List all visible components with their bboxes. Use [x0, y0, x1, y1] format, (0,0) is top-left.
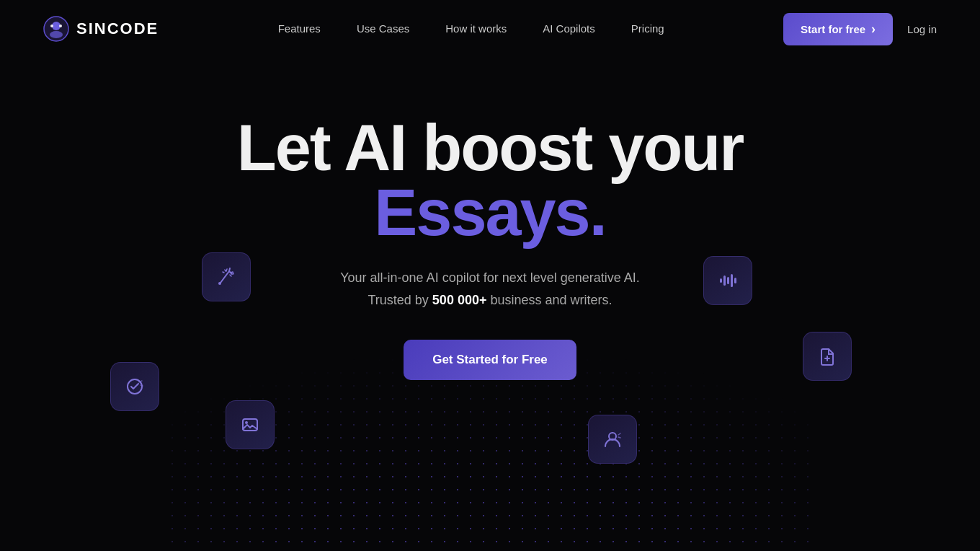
icon-card-person — [588, 415, 637, 464]
magic-wand-icon — [215, 265, 238, 288]
svg-rect-10 — [723, 276, 726, 286]
task-icon — [123, 375, 146, 398]
nav-item-use-cases[interactable]: Use Cases — [357, 22, 409, 35]
image-icon — [239, 413, 262, 436]
navbar: SINCODE Features Use Cases How it works … — [0, 0, 980, 58]
document-add-icon — [816, 345, 839, 368]
brand-name: SINCODE — [76, 19, 159, 38]
hero-line2: Essays. — [0, 180, 980, 245]
start-for-free-button[interactable]: Start for free — [783, 13, 893, 45]
hero-sub-count: 500 000+ — [432, 293, 487, 307]
icon-card-task — [110, 362, 159, 411]
nav-item-ai-copilots[interactable]: AI Copilots — [543, 22, 595, 35]
person-icon — [601, 428, 624, 451]
nav-actions: Start for free Log in — [783, 13, 937, 45]
svg-rect-7 — [243, 419, 257, 431]
icon-card-audio — [703, 256, 752, 305]
icon-card-magic — [202, 252, 251, 301]
svg-point-8 — [245, 421, 248, 424]
svg-rect-11 — [727, 277, 729, 284]
svg-rect-13 — [734, 278, 736, 283]
svg-point-2 — [50, 31, 63, 38]
svg-rect-12 — [731, 274, 733, 287]
svg-point-3 — [50, 25, 53, 27]
hero-sub-pre: Your all-in-one AI copilot for next leve… — [340, 270, 640, 285]
hero-subtext: Your all-in-one AI copilot for next leve… — [0, 267, 980, 311]
icon-card-doc — [803, 332, 852, 381]
nav-links: Features Use Cases How it works AI Copil… — [278, 22, 664, 35]
hero-sub-post: business and writers. — [490, 293, 612, 307]
get-started-button[interactable]: Get Started for Free — [404, 340, 576, 380]
nav-item-features[interactable]: Features — [278, 22, 321, 35]
svg-rect-9 — [720, 278, 722, 283]
nav-item-pricing[interactable]: Pricing — [631, 22, 664, 35]
svg-point-4 — [59, 25, 62, 27]
nav-item-how-it-works[interactable]: How it works — [445, 22, 507, 35]
hero-headline: Let AI boost your Essays. — [0, 115, 980, 245]
hero-line1: Let AI boost your — [0, 115, 980, 180]
svg-point-5 — [218, 282, 221, 285]
login-button[interactable]: Log in — [907, 23, 937, 35]
icon-card-image — [226, 400, 275, 449]
hero-sub-trusted: Trusted by — [368, 293, 428, 307]
audio-waveform-icon — [716, 269, 739, 292]
logo: SINCODE — [43, 16, 159, 42]
logo-icon — [43, 16, 69, 42]
